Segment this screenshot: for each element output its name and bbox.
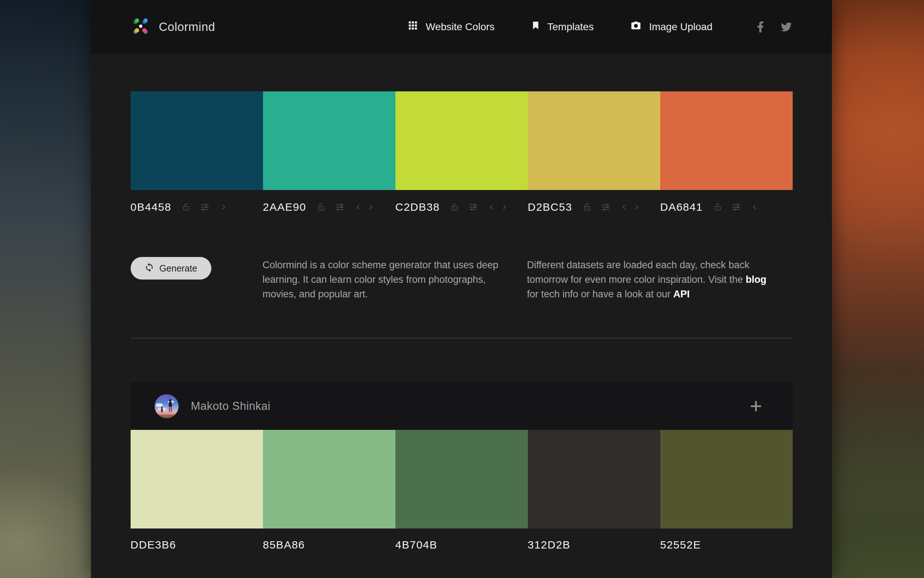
saved-palette-card: Makoto Shinkai (131, 382, 793, 529)
twitter-icon[interactable] (780, 21, 793, 32)
app-panel: Colormind Website Colors (91, 0, 832, 578)
generate-section: Generate Colormind is a color scheme gen… (131, 257, 793, 301)
tune-sliders-icon[interactable] (200, 202, 210, 212)
facebook-icon[interactable] (757, 21, 764, 33)
palette-swatch (528, 91, 660, 190)
saved-palette-header: Makoto Shinkai (131, 382, 793, 430)
lock-open-icon[interactable] (181, 202, 191, 212)
generator-palette (131, 91, 793, 190)
generator-hex-row: 0B4458 (131, 201, 793, 213)
chevron-right-icon[interactable] (633, 204, 640, 210)
colormind-dots-icon (131, 16, 151, 38)
nav-label: Website Colors (426, 21, 494, 33)
palette-swatch (528, 430, 660, 529)
nav-label: Image Upload (649, 21, 712, 33)
lock-open-icon[interactable] (450, 202, 460, 212)
tune-sliders-icon[interactable] (468, 202, 478, 212)
section-divider (131, 338, 793, 338)
refresh-icon (144, 262, 154, 274)
plus-icon[interactable] (748, 399, 764, 414)
nav-image-upload[interactable]: Image Upload (630, 20, 712, 34)
tune-sliders-icon[interactable] (600, 202, 611, 212)
brand-name: Colormind (159, 20, 215, 34)
chevron-right-icon[interactable] (367, 204, 374, 210)
grid-icon (408, 20, 418, 34)
chevron-left-icon[interactable] (355, 204, 362, 210)
nav-label: Templates (547, 21, 594, 33)
swatch-controls: D2BC53 (528, 201, 660, 213)
chevron-left-icon[interactable] (489, 204, 495, 210)
chevron-right-icon[interactable] (220, 204, 227, 210)
swatch-controls: 2AAE90 (263, 201, 395, 213)
api-link[interactable]: API (673, 289, 690, 300)
avatar (155, 394, 179, 418)
social-links (757, 21, 793, 33)
blog-link[interactable]: blog (746, 274, 767, 285)
saved-palette-swatches (131, 430, 793, 529)
palette-swatch (131, 91, 263, 190)
bookmark-icon (531, 20, 540, 34)
chevron-right-icon[interactable] (501, 204, 508, 210)
lock-open-icon[interactable] (583, 202, 592, 212)
nav-website-colors[interactable]: Website Colors (408, 20, 494, 34)
palette-swatch (395, 430, 528, 529)
hex-value: 4B704B (395, 539, 438, 551)
camera-icon (630, 20, 642, 34)
hex-value[interactable]: D2BC53 (528, 201, 572, 213)
background-photo-left (0, 0, 92, 578)
hex-value: 52552E (660, 539, 701, 551)
tune-sliders-icon[interactable] (335, 202, 345, 212)
swatch-controls: 0B4458 (131, 201, 263, 213)
chevron-left-icon[interactable] (752, 204, 758, 210)
palette-swatch (395, 91, 528, 190)
generate-button[interactable]: Generate (131, 257, 211, 279)
hex-value: DDE3B6 (131, 539, 176, 551)
swatch-controls: C2DB38 (395, 201, 528, 213)
hex-value[interactable]: DA6841 (660, 201, 703, 213)
hex-value[interactable]: 2AAE90 (263, 201, 306, 213)
palette-swatch (263, 430, 395, 529)
nav-templates[interactable]: Templates (531, 20, 594, 34)
hex-value: 85BA86 (263, 539, 305, 551)
about-text-2: Different datasets are loaded each day, … (527, 258, 778, 301)
lock-open-icon[interactable] (317, 202, 326, 212)
about-text-1: Colormind is a color scheme generator th… (263, 258, 514, 301)
chevron-left-icon[interactable] (621, 204, 628, 210)
lock-open-icon[interactable] (713, 202, 722, 212)
hex-value[interactable]: C2DB38 (395, 201, 440, 213)
about-text-2-part2: for tech info or have a look at our (527, 289, 673, 300)
generate-label: Generate (159, 263, 197, 274)
palette-swatch (660, 430, 793, 529)
palette-swatch (131, 430, 263, 529)
hex-value: 312D2B (528, 539, 570, 551)
tune-sliders-icon[interactable] (731, 202, 741, 212)
main-nav: Website Colors Templates (371, 20, 792, 34)
background-photo-right (832, 0, 924, 578)
header: Colormind Website Colors (91, 0, 832, 54)
saved-palette-title: Makoto Shinkai (191, 399, 271, 413)
home-logo[interactable]: Colormind (131, 16, 215, 38)
saved-palette-hex-row: DDE3B6 85BA86 4B704B 312D2B 52552E (131, 539, 793, 551)
swatch-controls: DA6841 (660, 201, 793, 213)
about-text-2-part1: Different datasets are loaded each day, … (527, 260, 749, 285)
palette-swatch (660, 91, 793, 190)
palette-swatch (263, 91, 395, 190)
hex-value[interactable]: 0B4458 (131, 201, 172, 213)
